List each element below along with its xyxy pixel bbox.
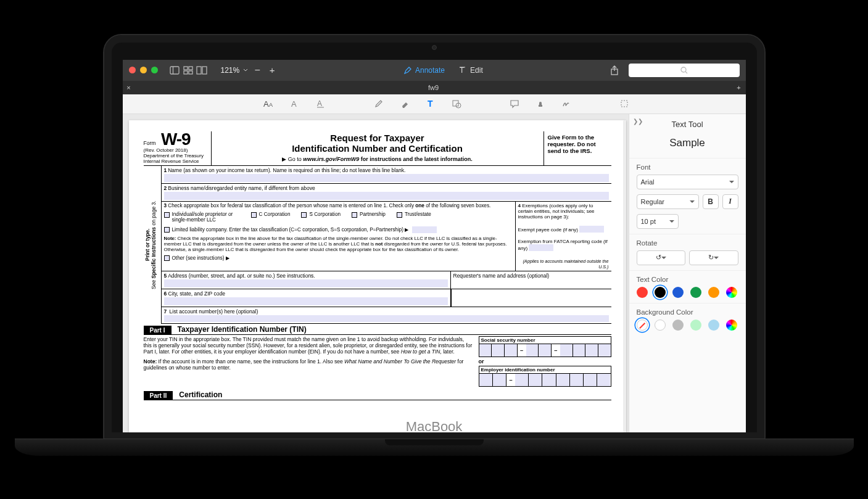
text-color-blue[interactable]	[672, 287, 684, 298]
rotate-cw-button[interactable]: ↻	[689, 250, 738, 265]
field-address[interactable]	[164, 279, 448, 287]
bg-color-blue[interactable]	[708, 320, 719, 331]
line-6: 6 City, state, and ZIP code	[162, 289, 451, 307]
field-fatca[interactable]	[529, 244, 553, 251]
edit-label: Edit	[470, 66, 483, 75]
close-window-button[interactable]	[129, 67, 136, 73]
font-label: Font	[637, 163, 738, 171]
part-2-header: Part IICertification	[144, 390, 611, 400]
field-business[interactable]	[164, 192, 609, 200]
checkbox-c-corp[interactable]: C Corporation	[251, 212, 291, 223]
field-exempt-payee[interactable]	[579, 226, 604, 233]
text-color-black[interactable]	[655, 287, 666, 298]
sidebar-toggle-icon[interactable]	[169, 65, 180, 76]
bg-color-custom[interactable]	[726, 320, 737, 331]
thumbnails-icon[interactable]	[183, 65, 194, 76]
bg-color-white[interactable]	[655, 320, 666, 331]
annotate-mode-button[interactable]: Annotate	[403, 66, 445, 75]
note-icon[interactable]	[508, 97, 521, 110]
text-color-orange[interactable]	[708, 287, 719, 298]
minimize-window-button[interactable]	[140, 67, 147, 73]
share-icon[interactable]	[609, 65, 620, 76]
eraser-icon[interactable]	[399, 97, 411, 110]
text-tool-icon[interactable]: T	[424, 97, 437, 110]
view-mode-icon[interactable]	[196, 65, 207, 76]
svg-rect-7	[202, 67, 207, 74]
laptop-brand: MacBook	[95, 419, 774, 435]
checkbox-s-corp[interactable]: S Corporation	[301, 212, 341, 223]
svg-line-12	[685, 72, 687, 73]
text-style-icon[interactable]: AA	[263, 97, 275, 110]
checkbox-trust[interactable]: Trust/estate	[397, 212, 431, 223]
fullscreen-window-button[interactable]	[151, 67, 158, 73]
search-field[interactable]	[629, 64, 740, 77]
stamp-icon[interactable]	[534, 97, 547, 110]
field-name[interactable]	[164, 174, 609, 182]
new-tab-button[interactable]: +	[732, 84, 746, 91]
text-color-green[interactable]	[690, 287, 701, 298]
rotate-ccw-button[interactable]: ↺	[637, 250, 686, 265]
zoom-in-button[interactable]: +	[267, 65, 278, 76]
tab-title[interactable]: fw9	[135, 84, 732, 91]
rotate-label: Rotate	[637, 239, 738, 247]
annotate-icon	[403, 66, 412, 75]
text-color-swatches	[637, 287, 738, 298]
field-city[interactable]	[164, 297, 448, 305]
collapse-panel-icon[interactable]: ❯❯	[633, 118, 643, 125]
line-3: 3 Check appropriate box for federal tax …	[162, 202, 516, 271]
tab-close-button[interactable]: ×	[123, 84, 135, 91]
pencil-icon[interactable]	[373, 97, 385, 110]
zoom-out-button[interactable]: −	[252, 65, 263, 76]
shape-icon[interactable]	[450, 97, 463, 110]
font-style-select[interactable]: Regular	[637, 194, 699, 209]
checkbox-partnership[interactable]: Partnership	[352, 212, 386, 223]
checkbox-llc[interactable]: Limited liability company. Enter the tax…	[164, 226, 437, 233]
bg-color-none[interactable]	[637, 320, 648, 331]
font-size-select[interactable]: 10 pt	[637, 214, 679, 229]
edit-mode-button[interactable]: T Edit	[460, 66, 483, 75]
ssn-field[interactable]: – –	[479, 344, 611, 357]
search-icon	[680, 67, 688, 74]
edit-icon: T	[460, 66, 467, 75]
checkbox-individual[interactable]: Individual/sole proprietor or single-mem…	[164, 212, 240, 223]
select-icon[interactable]	[618, 97, 630, 110]
ein-field[interactable]: –	[479, 373, 611, 387]
line-2: 2Business name/disregarded entity name, …	[162, 184, 611, 202]
highlight-icon[interactable]: A	[289, 97, 301, 110]
document-viewport[interactable]: Form W-9 (Rev. October 2018) Department …	[123, 114, 629, 432]
svg-rect-0	[170, 67, 179, 74]
bold-button[interactable]: B	[703, 194, 719, 209]
font-family-select[interactable]: Arial	[637, 175, 738, 189]
italic-button[interactable]: I	[722, 194, 738, 209]
vertical-instruction: Print or type.See Specific Instructions …	[144, 166, 162, 324]
tin-boxes: Social security number – – or Employer i…	[479, 336, 611, 387]
svg-text:A: A	[263, 99, 269, 109]
svg-text:T: T	[428, 99, 433, 109]
svg-rect-21	[621, 101, 627, 107]
text-color-red[interactable]	[637, 287, 648, 298]
signature-icon[interactable]	[560, 97, 572, 110]
bg-color-green[interactable]	[690, 320, 701, 331]
requester-box: Requester's name and address (optional)	[451, 271, 611, 289]
line-1: 1Name (as shown on your income tax retur…	[162, 166, 611, 184]
field-accounts[interactable]	[164, 315, 609, 322]
zoom-dropdown-icon[interactable]	[243, 68, 248, 72]
field-llc-class[interactable]	[412, 226, 437, 233]
text-color-custom[interactable]	[726, 287, 737, 298]
svg-rect-4	[184, 71, 188, 74]
camera	[432, 45, 437, 50]
underline-icon[interactable]: A	[315, 97, 327, 110]
tab-bar: × fw9 +	[123, 81, 746, 94]
form-header-left: Form W-9 (Rev. October 2018) Department …	[144, 131, 212, 166]
bg-color-gray[interactable]	[672, 320, 684, 331]
svg-rect-3	[189, 67, 192, 70]
checkbox-other[interactable]: Other (see instructions) ▶	[164, 255, 229, 261]
bg-color-swatches	[637, 320, 738, 331]
sample-preview: Sample	[629, 134, 746, 158]
line-7: 7 List account number(s) here (optional)	[162, 307, 611, 324]
zoom-value[interactable]: 121%	[221, 66, 240, 75]
svg-rect-5	[189, 71, 192, 74]
window-controls	[129, 67, 158, 73]
svg-text:A: A	[269, 102, 273, 108]
part-1-header: Part ITaxpayer Identification Number (TI…	[144, 325, 611, 335]
